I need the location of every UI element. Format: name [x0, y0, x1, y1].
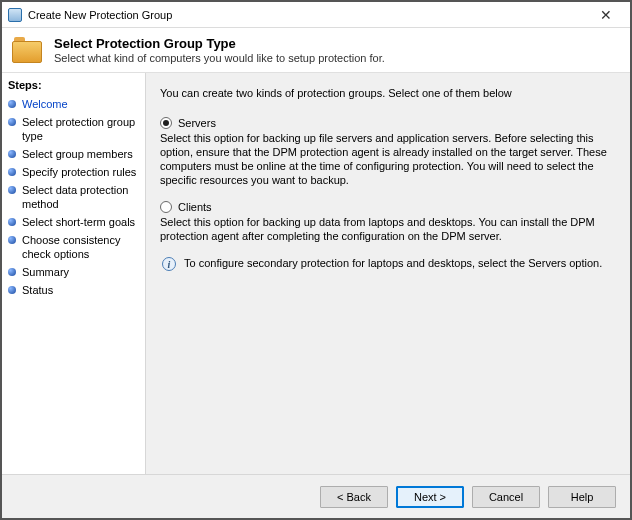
step-welcome[interactable]: Welcome [8, 95, 141, 113]
close-button[interactable]: ✕ [586, 4, 626, 26]
back-button[interactable]: < Back [320, 486, 388, 508]
window-title: Create New Protection Group [28, 9, 172, 21]
option-clients[interactable]: Clients [160, 201, 616, 213]
step-specify-protection-rules[interactable]: Specify protection rules [8, 163, 141, 181]
cancel-button[interactable]: Cancel [472, 486, 540, 508]
step-summary[interactable]: Summary [8, 263, 141, 281]
step-bullet-icon [8, 186, 16, 194]
wizard-footer: < Back Next > Cancel Help [2, 474, 630, 518]
step-select-data-protection-method[interactable]: Select data protection method [8, 181, 141, 213]
wizard-content: You can create two kinds of protection g… [146, 73, 630, 474]
steps-sidebar: Steps: Welcome Select protection group t… [2, 73, 146, 474]
step-select-protection-group-type[interactable]: Select protection group type [8, 113, 141, 145]
step-bullet-icon [8, 100, 16, 108]
option-servers-desc: Select this option for backing up file s… [160, 131, 616, 187]
step-bullet-icon [8, 218, 16, 226]
radio-icon-checked [160, 117, 172, 129]
wizard-header: Select Protection Group Type Select what… [2, 28, 630, 73]
step-bullet-icon [8, 268, 16, 276]
step-bullet-icon [8, 236, 16, 244]
info-icon: i [162, 257, 176, 271]
next-button[interactable]: Next > [396, 486, 464, 508]
step-choose-consistency-check-options[interactable]: Choose consistency check options [8, 231, 141, 263]
step-bullet-icon [8, 286, 16, 294]
radio-icon-unchecked [160, 201, 172, 213]
option-clients-desc: Select this option for backing up data f… [160, 215, 616, 243]
step-bullet-icon [8, 150, 16, 158]
option-clients-label: Clients [178, 201, 212, 213]
info-row: i To configure secondary protection for … [162, 257, 616, 271]
page-heading: Select Protection Group Type [54, 36, 385, 51]
step-bullet-icon [8, 168, 16, 176]
folder-icon [12, 37, 42, 63]
step-status[interactable]: Status [8, 281, 141, 299]
page-subheading: Select what kind of computers you would … [54, 52, 385, 64]
step-select-group-members[interactable]: Select group members [8, 145, 141, 163]
app-icon [8, 8, 22, 22]
option-servers-label: Servers [178, 117, 216, 129]
step-select-short-term-goals[interactable]: Select short-term goals [8, 213, 141, 231]
option-servers[interactable]: Servers [160, 117, 616, 129]
steps-label: Steps: [8, 79, 141, 91]
info-text: To configure secondary protection for la… [184, 257, 616, 269]
title-bar: Create New Protection Group ✕ [2, 2, 630, 28]
help-button[interactable]: Help [548, 486, 616, 508]
content-intro: You can create two kinds of protection g… [160, 87, 616, 99]
step-bullet-icon [8, 118, 16, 126]
